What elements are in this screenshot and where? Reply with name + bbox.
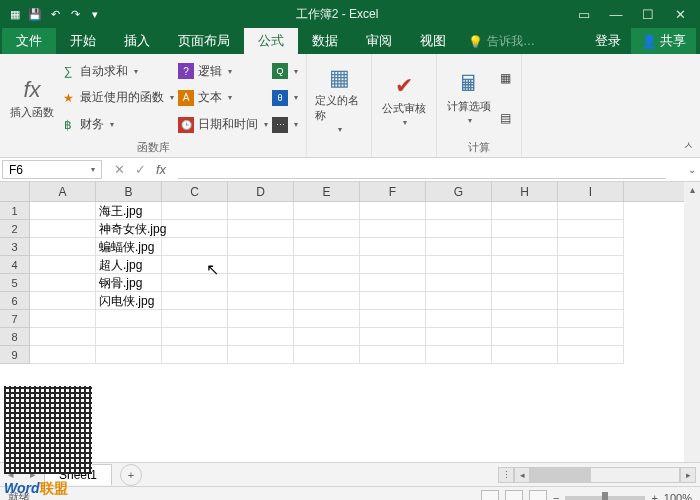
cell[interactable] [360, 220, 426, 238]
view-layout-button[interactable] [505, 490, 523, 501]
row-header[interactable]: 1 [0, 202, 30, 220]
cell[interactable] [30, 346, 96, 364]
cell[interactable] [30, 256, 96, 274]
cell[interactable] [360, 238, 426, 256]
cell[interactable] [162, 238, 228, 256]
cell[interactable] [228, 310, 294, 328]
close-button[interactable]: ✕ [666, 4, 694, 24]
tab-insert[interactable]: 插入 [110, 28, 164, 54]
cell[interactable] [294, 238, 360, 256]
cell[interactable] [426, 220, 492, 238]
calc-options-button[interactable]: 🖩 计算选项 ▾ [445, 58, 493, 138]
cell[interactable] [426, 238, 492, 256]
cell[interactable] [492, 328, 558, 346]
cell[interactable]: 闪电侠.jpg [96, 292, 162, 310]
minimize-button[interactable]: — [602, 4, 630, 24]
cell[interactable] [360, 310, 426, 328]
column-header[interactable]: C [162, 182, 228, 201]
name-box[interactable]: F6 ▾ [2, 160, 102, 179]
cell[interactable] [162, 292, 228, 310]
column-header[interactable]: I [558, 182, 624, 201]
insert-function-button[interactable]: fx 插入函数 [8, 58, 56, 138]
vertical-scrollbar[interactable]: ▴ [684, 182, 700, 462]
cell[interactable] [96, 346, 162, 364]
cell[interactable] [492, 346, 558, 364]
cell[interactable]: 神奇女侠.jpg [96, 220, 162, 238]
cell[interactable] [492, 238, 558, 256]
maximize-button[interactable]: ☐ [634, 4, 662, 24]
cell[interactable] [294, 346, 360, 364]
cell[interactable] [492, 274, 558, 292]
cell[interactable] [426, 310, 492, 328]
column-header[interactable]: D [228, 182, 294, 201]
cell[interactable] [228, 202, 294, 220]
cell[interactable] [360, 202, 426, 220]
cell[interactable] [294, 202, 360, 220]
cell[interactable] [558, 238, 624, 256]
cell[interactable] [30, 238, 96, 256]
collapse-ribbon-icon[interactable]: ㅅ [683, 138, 694, 153]
cell[interactable] [30, 310, 96, 328]
cell[interactable] [162, 220, 228, 238]
defined-names-button[interactable]: ▦ 定义的名称 ▾ [315, 58, 363, 141]
math-button[interactable]: θ▾ [272, 88, 298, 108]
scroll-up-icon[interactable]: ▴ [684, 182, 700, 198]
add-sheet-button[interactable]: + [120, 464, 142, 486]
cell[interactable] [30, 274, 96, 292]
tab-formulas[interactable]: 公式 [244, 28, 298, 54]
logic-button[interactable]: ?逻辑▾ [178, 61, 268, 82]
share-button[interactable]: 👤 共享 [631, 28, 696, 54]
tab-view[interactable]: 视图 [406, 28, 460, 54]
zoom-out-button[interactable]: − [553, 492, 559, 501]
cell[interactable] [294, 310, 360, 328]
cell[interactable] [228, 346, 294, 364]
cell[interactable]: 钢骨.jpg [96, 274, 162, 292]
formula-audit-button[interactable]: ✔ 公式审核 ▾ [380, 58, 428, 141]
column-header[interactable]: H [492, 182, 558, 201]
cell[interactable] [294, 274, 360, 292]
row-header[interactable]: 3 [0, 238, 30, 256]
cell[interactable] [558, 310, 624, 328]
cell[interactable] [426, 256, 492, 274]
view-break-button[interactable] [529, 490, 547, 501]
text-button[interactable]: A文本▾ [178, 87, 268, 108]
row-header[interactable]: 4 [0, 256, 30, 274]
column-header[interactable]: B [96, 182, 162, 201]
cancel-formula-icon[interactable]: ✕ [114, 162, 125, 177]
redo-icon[interactable]: ↷ [66, 5, 84, 23]
cell[interactable]: 海王.jpg [96, 202, 162, 220]
cell[interactable] [360, 328, 426, 346]
column-header[interactable]: F [360, 182, 426, 201]
cell[interactable] [162, 310, 228, 328]
undo-icon[interactable]: ↶ [46, 5, 64, 23]
cell[interactable] [162, 256, 228, 274]
cell[interactable] [294, 328, 360, 346]
fx-button[interactable]: fx [156, 162, 166, 177]
cell[interactable]: 超人.jpg [96, 256, 162, 274]
login-button[interactable]: 登录 [585, 28, 631, 54]
column-header[interactable]: E [294, 182, 360, 201]
hscroll-left-icon[interactable]: ◂ [514, 467, 530, 483]
select-all-corner[interactable] [0, 182, 30, 201]
cell[interactable] [228, 292, 294, 310]
formula-bar[interactable] [178, 160, 666, 179]
cell[interactable] [492, 202, 558, 220]
cell[interactable] [30, 220, 96, 238]
cell[interactable] [558, 220, 624, 238]
cell[interactable] [294, 292, 360, 310]
tab-data[interactable]: 数据 [298, 28, 352, 54]
horizontal-scrollbar[interactable] [530, 467, 680, 483]
cell[interactable] [426, 328, 492, 346]
cell[interactable] [492, 292, 558, 310]
hscroll-right-icon[interactable]: ▸ [680, 467, 696, 483]
cell[interactable] [228, 220, 294, 238]
qat-dropdown-icon[interactable]: ▾ [86, 5, 104, 23]
column-header[interactable]: A [30, 182, 96, 201]
calc-sheet-button[interactable]: ▤ [497, 108, 513, 128]
tab-home[interactable]: 开始 [56, 28, 110, 54]
calc-now-button[interactable]: ▦ [497, 68, 513, 88]
cell[interactable] [30, 328, 96, 346]
cell[interactable] [492, 220, 558, 238]
cell[interactable] [228, 256, 294, 274]
cell[interactable] [360, 256, 426, 274]
